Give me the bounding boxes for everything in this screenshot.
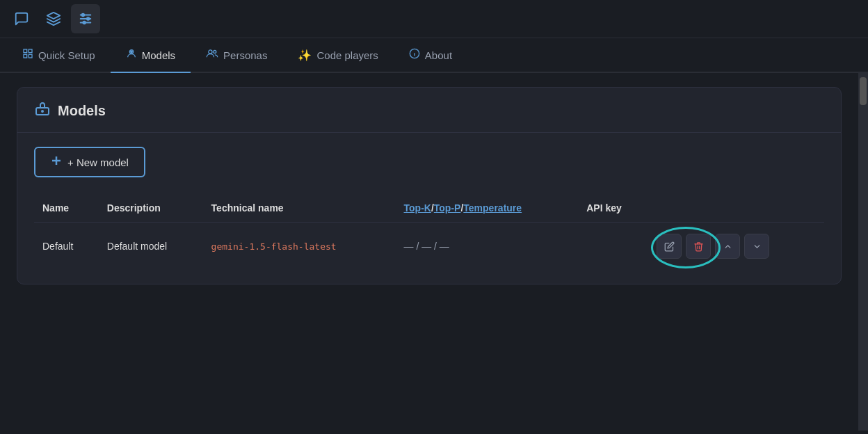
content-area: Models + New model Name Descripti <box>0 73 858 431</box>
layers-icon-button[interactable] <box>39 4 68 33</box>
models-body: + New model Name Description Technical n… <box>17 133 841 284</box>
tab-personas-label: Personas <box>223 49 267 61</box>
code-players-icon: ✨ <box>298 49 312 62</box>
top-p-link[interactable]: Top-P <box>434 202 461 214</box>
models-icon <box>126 48 137 62</box>
col-technical-name: Technical name <box>203 197 396 223</box>
svg-rect-9 <box>24 54 27 58</box>
svg-rect-7 <box>24 49 27 53</box>
svg-rect-10 <box>29 54 32 58</box>
models-panel-header: Models <box>17 88 841 133</box>
models-header-icon <box>34 100 51 121</box>
svg-point-4 <box>82 14 85 17</box>
scrollbar-thumb[interactable] <box>860 77 867 105</box>
models-panel: Models + New model Name Descripti <box>17 87 842 284</box>
about-icon <box>409 48 420 62</box>
col-name: Name <box>34 197 99 223</box>
plus-icon <box>51 155 62 169</box>
tab-about-label: About <box>425 49 452 61</box>
delete-button[interactable] <box>686 234 711 259</box>
col-api-key: API key <box>578 197 648 223</box>
move-up-button[interactable] <box>715 234 740 259</box>
main-area: Models + New model Name Descripti <box>0 73 868 431</box>
models-panel-title: Models <box>58 103 106 119</box>
row-api-key <box>578 223 648 271</box>
action-buttons <box>657 234 816 259</box>
svg-point-12 <box>130 51 132 53</box>
svg-rect-8 <box>29 49 32 53</box>
new-model-button[interactable]: + New model <box>34 147 145 177</box>
table-row: Default Default model gemini-1.5-flash-l… <box>34 223 824 271</box>
svg-point-13 <box>209 50 212 54</box>
tab-quick-setup-label: Quick Setup <box>38 49 95 61</box>
tab-quick-setup[interactable]: Quick Setup <box>7 38 111 73</box>
sliders-icon-button[interactable] <box>71 4 100 33</box>
tab-models-label: Models <box>142 49 175 61</box>
tab-personas[interactable]: Personas <box>191 38 282 73</box>
row-description: Default model <box>99 223 203 271</box>
chat-icon-button[interactable] <box>7 4 36 33</box>
row-top-k-p-temp: — / — / — <box>396 223 579 271</box>
tab-models[interactable]: Models <box>111 38 191 73</box>
col-description: Description <box>99 197 203 223</box>
svg-point-19 <box>42 111 43 112</box>
svg-point-6 <box>83 22 86 24</box>
temperature-link[interactable]: Temperature <box>463 202 522 214</box>
col-top-k-p-temp: Top-K/Top-P/Temperature <box>396 197 579 223</box>
tab-nav: Quick Setup Models Personas ✨ Code playe… <box>0 38 868 73</box>
top-k-link[interactable]: Top-K <box>404 202 431 214</box>
edit-button[interactable] <box>657 234 682 259</box>
col-actions <box>648 197 824 223</box>
scrollbar-track[interactable] <box>858 73 868 431</box>
svg-point-14 <box>214 51 216 54</box>
tab-code-players-label: Code players <box>316 49 378 61</box>
icon-bar <box>0 0 868 38</box>
quick-setup-icon <box>22 48 33 62</box>
move-down-button[interactable] <box>744 234 769 259</box>
models-table: Name Description Technical name Top-K/To… <box>34 197 824 270</box>
personas-icon <box>206 48 218 62</box>
row-actions <box>648 223 824 271</box>
tab-code-players[interactable]: ✨ Code players <box>282 38 393 73</box>
row-name: Default <box>34 223 99 271</box>
svg-point-5 <box>87 17 90 20</box>
row-technical-name: gemini-1.5-flash-latest <box>203 223 396 271</box>
tab-about[interactable]: About <box>394 38 467 73</box>
svg-marker-0 <box>47 13 60 19</box>
new-model-label: + New model <box>67 156 129 168</box>
